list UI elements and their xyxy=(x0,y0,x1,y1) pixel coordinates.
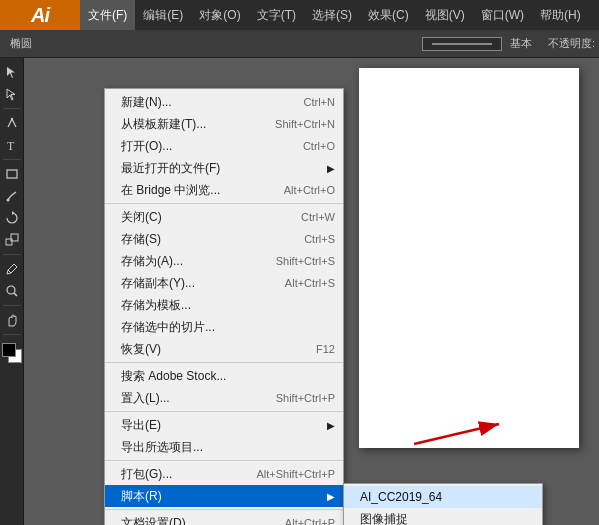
canvas-area: 安下载.com 新建(N)... Ctrl+N 从模板新建(T)... Shif… xyxy=(24,58,599,525)
menu-export-options[interactable]: 导出所选项目... xyxy=(105,436,343,458)
separator-4 xyxy=(105,460,343,461)
tool-divider-2 xyxy=(3,159,21,160)
opacity-label: 不透明度: xyxy=(548,36,595,51)
svg-point-7 xyxy=(7,286,15,294)
scale-tool[interactable] xyxy=(2,230,22,250)
stroke-preview xyxy=(422,37,502,51)
menu-file[interactable]: 文件(F) xyxy=(80,0,135,30)
app-logo: Ai xyxy=(0,0,80,30)
stroke-line xyxy=(432,43,492,45)
eyedropper-tool[interactable] xyxy=(2,259,22,279)
stroke-label: 基本 xyxy=(510,36,532,51)
menu-export[interactable]: 导出(E) ▶ xyxy=(105,414,343,436)
pen-tool[interactable] xyxy=(2,113,22,133)
menu-search-stock[interactable]: 搜索 Adobe Stock... xyxy=(105,365,343,387)
menu-edit[interactable]: 编辑(E) xyxy=(135,0,191,30)
svg-line-8 xyxy=(14,293,17,296)
svg-text:T: T xyxy=(7,139,15,152)
scripts-submenu: AI_CC2019_64 图像捕捉 将文档存储为 PDF 将文档存储为 SVG xyxy=(343,483,543,525)
menu-recent[interactable]: 最近打开的文件(F) ▶ xyxy=(105,157,343,179)
svg-marker-4 xyxy=(12,211,15,215)
rectangle-tool[interactable] xyxy=(2,164,22,184)
left-toolbar: T xyxy=(0,58,24,525)
menu-bar: Ai 文件(F) 编辑(E) 对象(O) 文字(T) 选择(S) 效果(C) 视… xyxy=(0,0,599,30)
tool-divider-4 xyxy=(3,305,21,306)
top-toolbar: 椭圆 基本 不透明度: xyxy=(0,30,599,58)
separator-2 xyxy=(105,362,343,363)
submenu-ai-cc2019[interactable]: AI_CC2019_64 xyxy=(344,486,542,508)
color-boxes[interactable] xyxy=(2,343,22,363)
tool-divider-3 xyxy=(3,254,21,255)
menu-text[interactable]: 文字(T) xyxy=(249,0,304,30)
menu-view[interactable]: 视图(V) xyxy=(417,0,473,30)
svg-point-3 xyxy=(6,199,9,202)
menu-items: 文件(F) 编辑(E) 对象(O) 文字(T) 选择(S) 效果(C) 视图(V… xyxy=(80,0,589,30)
menu-scripts[interactable]: 脚本(R) ▶ AI_CC2019_64 图像捕捉 将文档存储为 PDF xyxy=(105,485,343,507)
toolbar-right: 基本 不透明度: xyxy=(422,36,595,51)
hand-tool[interactable] xyxy=(2,310,22,330)
selection-tool[interactable] xyxy=(2,62,22,82)
file-menu-panel: 新建(N)... Ctrl+N 从模板新建(T)... Shift+Ctrl+N… xyxy=(104,88,344,525)
separator-1 xyxy=(105,203,343,204)
rotate-tool[interactable] xyxy=(2,208,22,228)
main-area: T xyxy=(0,58,599,525)
submenu-image-capture[interactable]: 图像捕捉 xyxy=(344,508,542,525)
foreground-color-box xyxy=(2,343,16,357)
svg-rect-2 xyxy=(7,170,17,178)
menu-browse[interactable]: 在 Bridge 中浏览... Alt+Ctrl+O xyxy=(105,179,343,201)
tool-divider-1 xyxy=(3,108,21,109)
menu-select[interactable]: 选择(S) xyxy=(304,0,360,30)
menu-new-template[interactable]: 从模板新建(T)... Shift+Ctrl+N xyxy=(105,113,343,135)
menu-revert[interactable]: 恢复(V) F12 xyxy=(105,338,343,360)
separator-5 xyxy=(105,509,343,510)
separator-3 xyxy=(105,411,343,412)
direct-selection-tool[interactable] xyxy=(2,84,22,104)
menu-window[interactable]: 窗口(W) xyxy=(473,0,532,30)
menu-doc-settings[interactable]: 文档设置(D)... Alt+Ctrl+P xyxy=(105,512,343,525)
artboard xyxy=(359,68,579,448)
text-tool[interactable]: T xyxy=(2,135,22,155)
menu-close[interactable]: 关闭(C) Ctrl+W xyxy=(105,206,343,228)
zoom-tool[interactable] xyxy=(2,281,22,301)
menu-save-copy[interactable]: 存储副本(Y)... Alt+Ctrl+S xyxy=(105,272,343,294)
menu-save-slices[interactable]: 存储选中的切片... xyxy=(105,316,343,338)
menu-save-as[interactable]: 存储为(A)... Shift+Ctrl+S xyxy=(105,250,343,272)
menu-save-template[interactable]: 存储为模板... xyxy=(105,294,343,316)
menu-new[interactable]: 新建(N)... Ctrl+N xyxy=(105,91,343,113)
file-menu-dropdown: 新建(N)... Ctrl+N 从模板新建(T)... Shift+Ctrl+N… xyxy=(104,88,344,525)
menu-object[interactable]: 对象(O) xyxy=(191,0,248,30)
menu-place[interactable]: 置入(L)... Shift+Ctrl+P xyxy=(105,387,343,409)
menu-package[interactable]: 打包(G)... Alt+Shift+Ctrl+P xyxy=(105,463,343,485)
shape-label: 椭圆 xyxy=(4,36,38,51)
menu-save[interactable]: 存储(S) Ctrl+S xyxy=(105,228,343,250)
tool-divider-5 xyxy=(3,334,21,335)
menu-effect[interactable]: 效果(C) xyxy=(360,0,417,30)
brush-tool[interactable] xyxy=(2,186,22,206)
svg-point-0 xyxy=(10,118,12,120)
menu-help[interactable]: 帮助(H) xyxy=(532,0,589,30)
menu-open[interactable]: 打开(O)... Ctrl+O xyxy=(105,135,343,157)
